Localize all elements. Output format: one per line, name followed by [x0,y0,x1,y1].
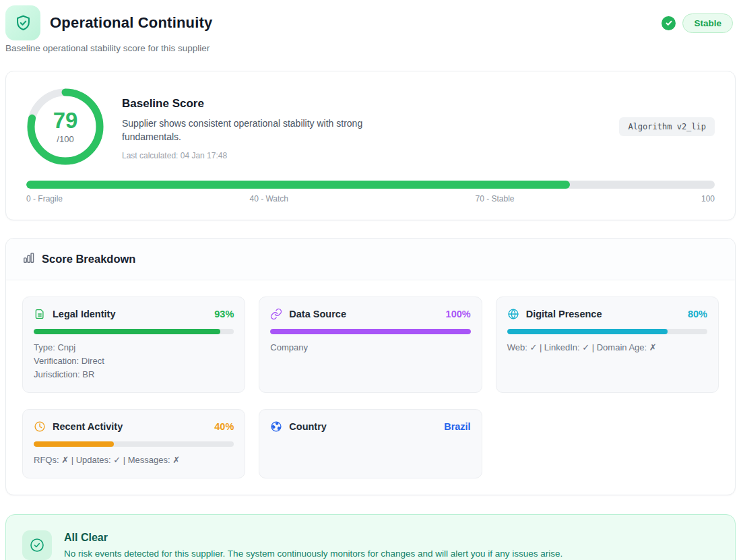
check-circle-icon [22,530,52,560]
tile-details: Company [270,341,470,354]
tile-progress-fill [270,329,470,334]
score-tile: Legal Identity 93% Type: CnpjVerificatio… [22,297,245,393]
tile-progress-track [270,329,470,334]
earth-icon [270,421,282,433]
page-header: Operational Continuity Stable Baseline o… [5,5,736,53]
tile-detail-line: Company [270,341,470,354]
tile-details: RFQs: ✗ | Updates: ✓ | Messages: ✗ [34,454,234,467]
globe-icon [507,308,519,320]
score-scale-labels: 0 - Fragile 40 - Watch 70 - Stable 100 [26,194,715,204]
scale-label-100: 100 [701,194,715,204]
page-title: Operational Continuity [50,14,213,32]
tile-detail-line: Jurisdiction: BR [34,368,234,381]
tile-details: Web: ✓ | LinkedIn: ✓ | Domain Age: ✗ [507,341,707,354]
tile-value: Brazil [444,421,471,432]
tile-detail-line: Web: ✓ | LinkedIn: ✓ | Domain Age: ✗ [507,341,707,354]
clock-icon [34,421,46,433]
baseline-score-card: 79 /100 Baseline Score Supplier shows co… [5,71,736,220]
score-scale-fill [26,181,570,189]
status-badge: Stable [682,13,733,33]
score-max: /100 [57,134,73,144]
tile-label: Digital Presence [526,309,602,319]
scale-label-watch: 40 - Watch [249,194,288,204]
link-icon [270,308,282,320]
tile-progress-track [34,441,234,447]
tile-value: 80% [688,309,707,319]
tile-value: 100% [446,309,471,319]
shield-check-icon [5,5,40,40]
score-tile: Digital Presence 80% Web: ✓ | LinkedIn: … [496,297,719,393]
score-breakdown-card: Score Breakdown Legal Identity 93% Type:… [5,238,736,495]
operational-continuity-page: Operational Continuity Stable Baseline o… [0,0,741,560]
algorithm-badge: Algorithm v2_lip [619,117,715,136]
tile-details: Type: CnpjVerification: DirectJurisdicti… [34,341,234,381]
scale-label-stable: 70 - Stable [475,194,514,204]
page-subtitle: Baseline operational stability score for… [5,43,736,53]
score-value: 79 [53,109,78,131]
all-clear-title: All Clear [64,530,562,544]
tile-progress-track [34,329,234,334]
score-tile: Country Brazil [259,409,482,478]
tile-label: Recent Activity [53,421,123,432]
tile-value: 40% [214,421,234,432]
last-calculated-text: Last calculated: 04 Jan 17:48 [122,151,602,160]
bar-chart-icon [22,251,35,267]
score-ring: 79 /100 [26,88,104,166]
all-clear-message: No risk events detected for this supplie… [64,549,562,559]
tile-detail-line: Type: Cnpj [34,341,234,354]
tile-label: Country [289,421,327,432]
score-scale-track [26,181,715,189]
tile-detail-line: RFQs: ✗ | Updates: ✓ | Messages: ✗ [34,454,234,467]
baseline-score-title: Baseline Score [122,97,602,111]
tile-progress-fill [507,329,668,334]
tile-progress-track [507,329,707,334]
tile-value: 93% [214,309,234,319]
status-check-icon [662,16,676,30]
file-text-icon [34,308,46,320]
score-tiles-grid: Legal Identity 93% Type: CnpjVerificatio… [6,280,735,495]
tile-progress-fill [34,441,114,447]
all-clear-card: All Clear No risk events detected for th… [5,514,736,560]
tile-detail-line: Verification: Direct [34,354,234,368]
baseline-score-description: Supplier shows consistent operational st… [122,117,378,144]
score-tile: Data Source 100% Company [259,297,482,393]
score-tile: Recent Activity 40% RFQs: ✗ | Updates: ✓… [22,409,245,478]
tile-label: Data Source [289,309,346,319]
scale-label-fragile: 0 - Fragile [26,194,63,204]
score-breakdown-header: Score Breakdown [6,239,735,280]
score-breakdown-title: Score Breakdown [42,253,135,266]
tile-progress-fill [34,329,220,334]
tile-label: Legal Identity [53,309,115,319]
